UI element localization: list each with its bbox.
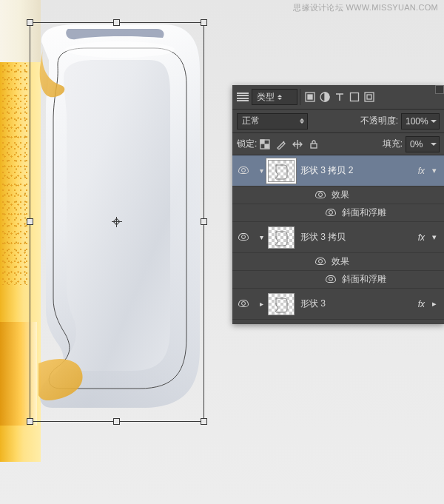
watermark-text: 思缘设计论坛 WWW.MISSYUAN.COM: [293, 2, 438, 13]
layers-filter-row: 类型: [232, 85, 444, 110]
transform-handle-bottom-center[interactable]: [113, 418, 120, 425]
transform-handle-top-right[interactable]: [201, 19, 207, 26]
visibility-eye-icon[interactable]: [238, 300, 249, 307]
svg-rect-6: [367, 95, 371, 99]
svg-rect-7: [260, 140, 264, 144]
svg-rect-8: [265, 144, 269, 148]
transform-handle-top-left[interactable]: [27, 19, 33, 26]
layer-name[interactable]: 形状 3: [300, 298, 326, 310]
panel-resize-handle[interactable]: [435, 85, 444, 94]
layers-panel: 类型 正常 不透明度: 100% 锁定: 填充: 0%: [232, 85, 444, 324]
svg-rect-4: [351, 93, 359, 101]
layer-expand-toggle[interactable]: ▾: [255, 233, 268, 241]
effects-label: 效果: [332, 255, 349, 268]
fill-value: 0%: [410, 139, 423, 149]
lock-label: 锁定:: [237, 138, 257, 150]
blend-mode-value: 正常: [242, 115, 260, 127]
fx-expand-toggle[interactable]: ▸: [429, 299, 440, 309]
fill-label: 填充:: [383, 138, 403, 150]
visibility-eye-icon[interactable]: [326, 209, 336, 216]
filter-smartobject-icon[interactable]: [362, 90, 377, 104]
transform-center-point[interactable]: [112, 217, 122, 227]
fx-badge[interactable]: fx: [418, 232, 425, 243]
opacity-input[interactable]: 100%: [401, 113, 440, 130]
filter-type-label: 类型: [257, 91, 275, 104]
transform-bounding-box[interactable]: [30, 22, 204, 422]
svg-rect-10: [311, 144, 317, 148]
fill-input[interactable]: 0%: [406, 136, 440, 152]
layer-effect-item[interactable]: 斜面和浮雕: [232, 204, 444, 222]
filter-pixel-icon[interactable]: [303, 90, 317, 104]
transform-handle-bottom-right[interactable]: [201, 418, 207, 425]
layer-thumbnail[interactable]: [268, 293, 295, 315]
visibility-eye-icon[interactable]: [238, 233, 249, 241]
filter-shape-icon[interactable]: [347, 90, 362, 104]
panel-menu-icon[interactable]: [237, 92, 249, 102]
layer-expand-toggle[interactable]: ▾: [255, 167, 268, 175]
transform-handle-top-center[interactable]: [113, 19, 120, 26]
layer-row[interactable]: ▾ 形状 3 拷贝 fx ▾: [232, 222, 444, 253]
lock-pixels-icon[interactable]: [275, 137, 287, 152]
visibility-eye-icon[interactable]: [326, 275, 336, 283]
layer-name[interactable]: 形状 3 拷贝: [300, 231, 346, 243]
transform-handle-bottom-left[interactable]: [27, 418, 33, 425]
lock-transparency-icon[interactable]: [259, 137, 271, 152]
filter-adjustment-icon[interactable]: [317, 90, 332, 104]
layer-expand-toggle[interactable]: ▸: [255, 300, 268, 308]
layer-effects-header[interactable]: 效果: [232, 253, 444, 271]
layer-name[interactable]: 形状 3 拷贝 2: [300, 164, 353, 177]
effect-bevel-label: 斜面和浮雕: [342, 206, 386, 219]
layer-effects-header[interactable]: 效果: [232, 187, 444, 204]
filter-type-icon[interactable]: [332, 90, 347, 104]
lock-all-icon[interactable]: [308, 137, 320, 152]
layer-list: ▾ 形状 3 拷贝 2 fx ▾ 效果 斜面和浮雕 ▾ 形状 3: [232, 155, 444, 320]
transform-handle-middle-left[interactable]: [27, 218, 33, 225]
lock-position-icon[interactable]: [292, 137, 303, 152]
visibility-eye-icon[interactable]: [238, 167, 249, 174]
layer-effect-item[interactable]: 斜面和浮雕: [232, 271, 444, 289]
effects-label: 效果: [332, 189, 349, 201]
layer-row[interactable]: ▾ 形状 3 拷贝 2 fx ▾: [232, 155, 444, 187]
layer-thumbnail[interactable]: [268, 226, 295, 249]
opacity-value: 100%: [406, 116, 428, 127]
fx-badge[interactable]: fx: [418, 299, 425, 309]
opacity-label: 不透明度:: [360, 115, 398, 127]
layer-thumbnail[interactable]: [268, 160, 295, 182]
fx-badge[interactable]: fx: [418, 166, 425, 176]
svg-rect-5: [365, 93, 374, 101]
fx-expand-toggle[interactable]: ▾: [429, 166, 440, 175]
layer-row[interactable]: ▸ 形状 3 fx ▸: [232, 289, 444, 320]
visibility-eye-icon[interactable]: [315, 191, 326, 198]
blend-mode-dropdown[interactable]: 正常: [237, 113, 308, 130]
svg-rect-2: [308, 95, 312, 99]
filter-type-dropdown[interactable]: 类型: [252, 89, 297, 105]
layers-blend-row: 正常 不透明度: 100%: [232, 110, 444, 133]
effect-bevel-label: 斜面和浮雕: [342, 273, 386, 286]
beer-bubbles: [0, 63, 30, 285]
transform-handle-middle-right[interactable]: [201, 218, 207, 225]
visibility-eye-icon[interactable]: [315, 258, 326, 265]
fx-expand-toggle[interactable]: ▾: [429, 232, 440, 242]
layers-lock-row: 锁定: 填充: 0%: [232, 133, 444, 155]
